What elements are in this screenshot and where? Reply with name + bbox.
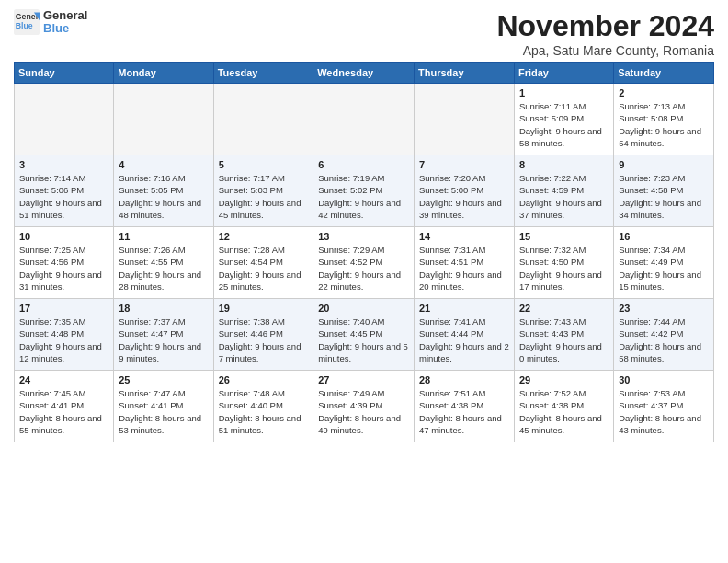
day-info: Sunrise: 7:37 AM Sunset: 4:47 PM Dayligh… [119, 316, 208, 364]
day-number: 1 [519, 87, 609, 98]
day-info: Sunrise: 7:22 AM Sunset: 4:59 PM Dayligh… [519, 172, 609, 221]
logo-general: General [43, 9, 87, 22]
calendar-cell: 1Sunrise: 7:11 AM Sunset: 5:09 PM Daylig… [514, 84, 613, 155]
day-number: 3 [19, 159, 108, 170]
calendar-cell: 27Sunrise: 7:49 AM Sunset: 4:39 PM Dayli… [313, 371, 415, 442]
calendar-cell [313, 84, 415, 155]
day-info: Sunrise: 7:19 AM Sunset: 5:02 PM Dayligh… [318, 172, 409, 221]
day-info: Sunrise: 7:53 AM Sunset: 4:37 PM Dayligh… [619, 387, 709, 436]
day-info: Sunrise: 7:45 AM Sunset: 4:41 PM Dayligh… [19, 387, 108, 436]
week-row-5: 24Sunrise: 7:45 AM Sunset: 4:41 PM Dayli… [15, 371, 714, 442]
day-info: Sunrise: 7:48 AM Sunset: 4:40 PM Dayligh… [219, 387, 309, 436]
title-block: November 2024 Apa, Satu Mare County, Rom… [496, 9, 714, 58]
calendar-cell: 9Sunrise: 7:23 AM Sunset: 4:58 PM Daylig… [614, 155, 714, 227]
calendar-cell: 22Sunrise: 7:43 AM Sunset: 4:43 PM Dayli… [514, 299, 613, 371]
calendar-cell: 5Sunrise: 7:17 AM Sunset: 5:03 PM Daylig… [213, 155, 313, 227]
month-title: November 2024 [496, 9, 714, 43]
header-friday: Friday [514, 63, 613, 84]
calendar-cell: 16Sunrise: 7:34 AM Sunset: 4:49 PM Dayli… [614, 227, 714, 299]
calendar-cell: 3Sunrise: 7:14 AM Sunset: 5:06 PM Daylig… [15, 155, 114, 227]
day-number: 27 [318, 374, 409, 385]
day-number: 11 [119, 231, 208, 242]
calendar-cell: 19Sunrise: 7:38 AM Sunset: 4:46 PM Dayli… [213, 299, 313, 371]
week-row-3: 10Sunrise: 7:25 AM Sunset: 4:56 PM Dayli… [15, 227, 714, 299]
header-thursday: Thursday [415, 63, 515, 84]
calendar-cell: 23Sunrise: 7:44 AM Sunset: 4:42 PM Dayli… [614, 299, 714, 371]
day-info: Sunrise: 7:41 AM Sunset: 4:44 PM Dayligh… [419, 316, 509, 364]
calendar-cell: 15Sunrise: 7:32 AM Sunset: 4:50 PM Dayli… [514, 227, 613, 299]
day-info: Sunrise: 7:52 AM Sunset: 4:38 PM Dayligh… [519, 387, 609, 436]
day-number: 2 [619, 87, 709, 98]
calendar-cell: 26Sunrise: 7:48 AM Sunset: 4:40 PM Dayli… [213, 371, 313, 442]
day-number: 5 [219, 159, 309, 170]
day-number: 14 [419, 231, 509, 242]
header-monday: Monday [114, 63, 213, 84]
calendar-cell: 4Sunrise: 7:16 AM Sunset: 5:05 PM Daylig… [114, 155, 213, 227]
logo-icon: General Blue [14, 9, 40, 35]
calendar-cell: 30Sunrise: 7:53 AM Sunset: 4:37 PM Dayli… [614, 371, 714, 442]
calendar-cell: 8Sunrise: 7:22 AM Sunset: 4:59 PM Daylig… [514, 155, 613, 227]
day-info: Sunrise: 7:13 AM Sunset: 5:08 PM Dayligh… [619, 100, 709, 149]
day-info: Sunrise: 7:17 AM Sunset: 5:03 PM Dayligh… [219, 172, 309, 221]
day-info: Sunrise: 7:31 AM Sunset: 4:51 PM Dayligh… [419, 244, 509, 293]
calendar-cell: 24Sunrise: 7:45 AM Sunset: 4:41 PM Dayli… [15, 371, 114, 442]
day-number: 22 [519, 303, 609, 314]
day-number: 10 [19, 231, 108, 242]
calendar-cell: 14Sunrise: 7:31 AM Sunset: 4:51 PM Dayli… [415, 227, 515, 299]
header-wednesday: Wednesday [313, 63, 415, 84]
day-number: 6 [318, 159, 409, 170]
day-info: Sunrise: 7:23 AM Sunset: 4:58 PM Dayligh… [619, 172, 709, 221]
calendar-cell: 21Sunrise: 7:41 AM Sunset: 4:44 PM Dayli… [415, 299, 515, 371]
calendar-header-row: SundayMondayTuesdayWednesdayThursdayFrid… [15, 63, 714, 84]
day-info: Sunrise: 7:34 AM Sunset: 4:49 PM Dayligh… [619, 244, 709, 293]
day-number: 20 [318, 303, 409, 314]
day-info: Sunrise: 7:26 AM Sunset: 4:55 PM Dayligh… [119, 244, 208, 293]
day-number: 15 [519, 231, 609, 242]
day-info: Sunrise: 7:32 AM Sunset: 4:50 PM Dayligh… [519, 244, 609, 293]
calendar-cell [15, 84, 114, 155]
day-number: 25 [119, 374, 208, 385]
day-number: 18 [119, 303, 208, 314]
day-number: 19 [219, 303, 309, 314]
calendar-table: SundayMondayTuesdayWednesdayThursdayFrid… [14, 62, 714, 442]
day-number: 29 [519, 374, 609, 385]
day-number: 16 [619, 231, 709, 242]
day-info: Sunrise: 7:51 AM Sunset: 4:38 PM Dayligh… [419, 387, 509, 436]
day-info: Sunrise: 7:11 AM Sunset: 5:09 PM Dayligh… [519, 100, 609, 149]
day-info: Sunrise: 7:14 AM Sunset: 5:06 PM Dayligh… [19, 172, 108, 221]
location-title: Apa, Satu Mare County, Romania [496, 43, 714, 58]
calendar-cell [114, 84, 213, 155]
day-number: 26 [219, 374, 309, 385]
logo-blue: Blue [43, 22, 87, 35]
calendar-cell: 25Sunrise: 7:47 AM Sunset: 4:41 PM Dayli… [114, 371, 213, 442]
calendar-cell: 28Sunrise: 7:51 AM Sunset: 4:38 PM Dayli… [415, 371, 515, 442]
day-info: Sunrise: 7:28 AM Sunset: 4:54 PM Dayligh… [219, 244, 309, 293]
day-number: 21 [419, 303, 509, 314]
calendar-cell: 10Sunrise: 7:25 AM Sunset: 4:56 PM Dayli… [15, 227, 114, 299]
day-info: Sunrise: 7:16 AM Sunset: 5:05 PM Dayligh… [119, 172, 208, 221]
header-saturday: Saturday [614, 63, 714, 84]
day-info: Sunrise: 7:20 AM Sunset: 5:00 PM Dayligh… [419, 172, 509, 221]
header-tuesday: Tuesday [213, 63, 313, 84]
day-number: 30 [619, 374, 709, 385]
day-info: Sunrise: 7:25 AM Sunset: 4:56 PM Dayligh… [19, 244, 108, 293]
day-number: 24 [19, 374, 108, 385]
day-info: Sunrise: 7:44 AM Sunset: 4:42 PM Dayligh… [619, 316, 709, 364]
week-row-2: 3Sunrise: 7:14 AM Sunset: 5:06 PM Daylig… [15, 155, 714, 227]
calendar-cell: 13Sunrise: 7:29 AM Sunset: 4:52 PM Dayli… [313, 227, 415, 299]
calendar-cell: 18Sunrise: 7:37 AM Sunset: 4:47 PM Dayli… [114, 299, 213, 371]
day-number: 12 [219, 231, 309, 242]
day-number: 9 [619, 159, 709, 170]
day-info: Sunrise: 7:47 AM Sunset: 4:41 PM Dayligh… [119, 387, 208, 436]
logo: General Blue General Blue [14, 9, 87, 36]
day-number: 4 [119, 159, 208, 170]
day-info: Sunrise: 7:35 AM Sunset: 4:48 PM Dayligh… [19, 316, 108, 364]
day-info: Sunrise: 7:40 AM Sunset: 4:45 PM Dayligh… [318, 316, 409, 364]
day-info: Sunrise: 7:43 AM Sunset: 4:43 PM Dayligh… [519, 316, 609, 364]
day-number: 23 [619, 303, 709, 314]
calendar-cell [415, 84, 515, 155]
day-info: Sunrise: 7:49 AM Sunset: 4:39 PM Dayligh… [318, 387, 409, 436]
calendar-cell: 29Sunrise: 7:52 AM Sunset: 4:38 PM Dayli… [514, 371, 613, 442]
svg-text:Blue: Blue [16, 21, 33, 30]
day-info: Sunrise: 7:38 AM Sunset: 4:46 PM Dayligh… [219, 316, 309, 364]
